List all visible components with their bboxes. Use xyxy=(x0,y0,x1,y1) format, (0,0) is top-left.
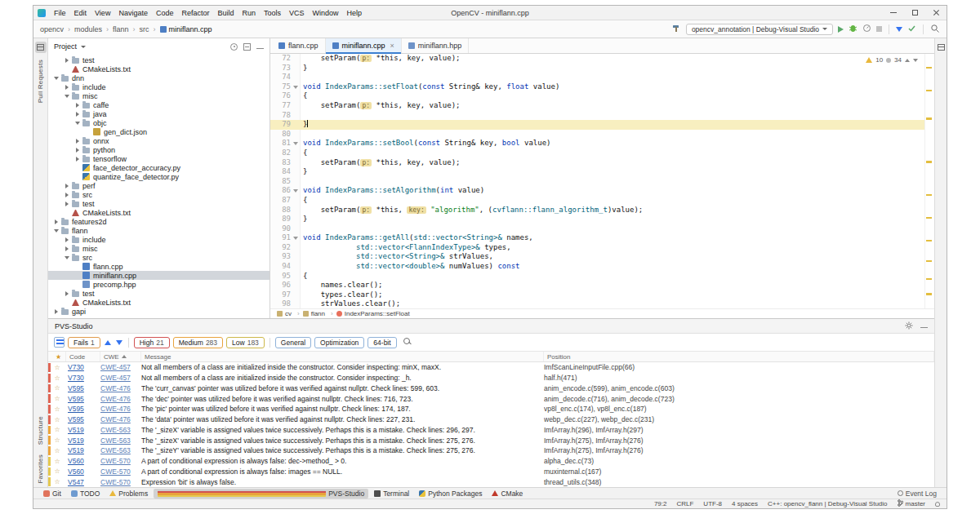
pvs-warning-row[interactable]: ☆V560CWE-570A part of conditional expres… xyxy=(48,467,934,477)
diagnostic-code-link[interactable]: V595 xyxy=(66,384,100,392)
diagnostic-code-link[interactable]: V595 xyxy=(66,395,100,403)
menu-window[interactable]: Window xyxy=(309,9,343,17)
warning-position[interactable]: ImfArray.h(296), ImfArray.h(297) xyxy=(544,426,934,434)
code-line-85[interactable]: 85 xyxy=(270,177,924,187)
menu-tools[interactable]: Tools xyxy=(260,9,285,17)
warning-position[interactable]: muxinternal.c(167) xyxy=(544,467,934,476)
favorite-star-icon[interactable]: ☆ xyxy=(48,364,66,371)
warning-position[interactable]: alpha_dec.c(73) xyxy=(544,457,934,465)
pvs-warning-row[interactable]: ☆V595CWE-476The 'dec' pointer was utiliz… xyxy=(48,393,934,404)
code-line-98[interactable]: 98 strValues.clear(); xyxy=(270,299,924,308)
code-line-93[interactable]: 93 std::vector<String>& strValues, xyxy=(270,252,924,262)
pvs-warning-row[interactable]: ☆V547CWE-570Expression 'bit' is always f… xyxy=(48,476,934,487)
tree-item-dnn[interactable]: dnn xyxy=(48,73,270,82)
breadcrumb-item-flann[interactable]: flann xyxy=(113,25,140,33)
menu-code[interactable]: Code xyxy=(152,9,178,17)
warning-stripe-mark[interactable] xyxy=(926,217,932,219)
menu-file[interactable]: File xyxy=(50,9,70,17)
run-configuration-select[interactable]: opencv_annotation | Debug-Visual Studio xyxy=(686,24,833,35)
fold-icon[interactable] xyxy=(291,186,301,196)
tree-item-miniflann-cpp[interactable]: miniflann.cpp xyxy=(48,271,270,280)
tree-item-src[interactable]: src xyxy=(48,253,270,262)
notification-icon[interactable] xyxy=(935,502,940,507)
breadcrumb-item-src[interactable]: src xyxy=(140,25,160,33)
tool-stripe-button[interactable] xyxy=(935,42,947,53)
git-branch-widget[interactable]: master xyxy=(898,499,925,508)
diagnostic-code-link[interactable]: V730 xyxy=(66,363,100,371)
tree-item-misc[interactable]: misc xyxy=(48,244,270,253)
code-line-73[interactable]: 73} xyxy=(270,64,924,73)
pvs-warning-row[interactable]: ☆V560CWE-570A part of conditional expres… xyxy=(48,456,934,467)
code-line-72[interactable]: 72 setParam(p: *this, key, value); xyxy=(270,54,924,64)
tool-stripe-label-pull-requests[interactable]: Pull Requests xyxy=(37,60,44,103)
tree-item-test[interactable]: test xyxy=(48,55,270,64)
tree-collapsed-arrow-icon[interactable] xyxy=(53,218,60,225)
cwe-link[interactable]: CWE-457 xyxy=(100,363,141,371)
diagnostic-code-link[interactable]: V560 xyxy=(66,467,100,476)
maximize-button[interactable] xyxy=(904,6,925,20)
tree-item-quantize-face-detector-py[interactable]: quantize_face_detector.py xyxy=(48,172,270,181)
tree-item-src[interactable]: src xyxy=(48,190,270,199)
code-line-82[interactable]: 82{ xyxy=(270,148,924,158)
tree-item-face-detector-accuracy-py[interactable]: face_detector_accuracy.py xyxy=(48,163,270,172)
menu-navigate[interactable]: Navigate xyxy=(114,9,152,17)
next-warning-button[interactable] xyxy=(115,338,123,348)
hide-panel-icon[interactable] xyxy=(256,48,264,49)
breadcrumb-item-opencv[interactable]: opencv xyxy=(40,25,74,33)
pvs-warning-row[interactable]: ☆V519CWE-563The '_sizeX' variable is ass… xyxy=(48,425,934,436)
tree-item-include[interactable]: include xyxy=(48,82,270,91)
diagnostic-code-link[interactable]: V595 xyxy=(66,415,100,423)
code-line-86[interactable]: 86void IndexParams::setAlgorithm(int val… xyxy=(270,186,924,196)
tree-collapsed-arrow-icon[interactable] xyxy=(64,245,71,252)
favorite-star-icon[interactable]: ☆ xyxy=(48,395,66,402)
code-line-89[interactable]: 89} xyxy=(270,215,924,224)
tool-stripe-label-favorites[interactable]: Favorites xyxy=(37,454,44,484)
cwe-link[interactable]: CWE-476 xyxy=(100,395,141,403)
code-line-80[interactable]: 80 xyxy=(270,130,924,140)
tree-item-features2d[interactable]: features2d xyxy=(48,217,270,226)
tool-button-event-log[interactable]: Event Log xyxy=(893,489,941,498)
tree-collapsed-arrow-icon[interactable] xyxy=(74,155,82,162)
tool-button-problems[interactable]: Problems xyxy=(105,489,152,498)
tree-item-cmakelists-txt[interactable]: CMakeLists.txt xyxy=(48,64,270,73)
tree-item-cmakelists-txt[interactable]: CMakeLists.txt xyxy=(48,208,270,217)
cwe-link[interactable]: CWE-563 xyxy=(100,426,141,434)
tree-collapsed-arrow-icon[interactable] xyxy=(64,191,71,198)
build-hammer-icon[interactable] xyxy=(671,24,681,35)
gear-icon[interactable] xyxy=(905,321,913,331)
tree-item-precomp-hpp[interactable]: precomp.hpp xyxy=(48,280,270,289)
tree-item-gapi[interactable]: gapi xyxy=(48,307,270,316)
minimize-button[interactable] xyxy=(883,6,904,20)
tree-item-objc[interactable]: objc xyxy=(48,118,270,127)
prev-problem-icon[interactable] xyxy=(905,58,910,63)
tree-item-tensorflow[interactable]: tensorflow xyxy=(48,154,270,163)
warning-stripe-mark[interactable] xyxy=(926,260,932,263)
diagnostic-code-link[interactable]: V560 xyxy=(66,457,100,465)
tree-item-perf[interactable]: perf xyxy=(48,181,270,190)
locate-file-icon[interactable] xyxy=(230,43,238,51)
tree-expanded-arrow-icon[interactable] xyxy=(74,119,82,126)
code-line-77[interactable]: 77 setParam(p: *this, key, value); xyxy=(270,101,924,111)
diagnostic-code-link[interactable]: V519 xyxy=(66,436,100,445)
warning-position[interactable]: webp_dec.c(227), webp_dec.c(231) xyxy=(544,415,934,423)
hide-panel-icon[interactable] xyxy=(920,327,928,328)
menu-refactor[interactable]: Refactor xyxy=(177,9,213,17)
code-line-79[interactable]: 79} xyxy=(270,120,924,130)
tool-button-python-packages[interactable]: Python Packages xyxy=(415,489,486,498)
editor-breadcrumb-flann[interactable]: flann xyxy=(303,310,336,317)
favorite-star-icon[interactable]: ☆ xyxy=(48,374,66,382)
debug-button[interactable] xyxy=(849,24,858,34)
tool-stripe-label-structure[interactable]: Structure xyxy=(37,416,44,445)
tool-button-cmake[interactable]: CMake xyxy=(488,489,527,498)
menu-help[interactable]: Help xyxy=(343,9,367,17)
tool-button-git[interactable]: Git xyxy=(39,489,65,498)
show-all-warnings-icon[interactable] xyxy=(54,337,65,348)
cwe-link[interactable]: CWE-476 xyxy=(100,384,141,392)
warning-stripe-mark[interactable] xyxy=(926,194,932,197)
favorite-star-icon[interactable]: ☆ xyxy=(48,458,66,465)
warning-stripe-mark[interactable] xyxy=(926,161,932,163)
editor-tab-miniflann-cpp[interactable]: miniflann.cpp× xyxy=(326,38,402,53)
diagnostic-code-link[interactable]: V519 xyxy=(66,446,100,454)
favorite-star-icon[interactable]: ☆ xyxy=(48,405,66,413)
prev-warning-button[interactable] xyxy=(104,338,112,348)
